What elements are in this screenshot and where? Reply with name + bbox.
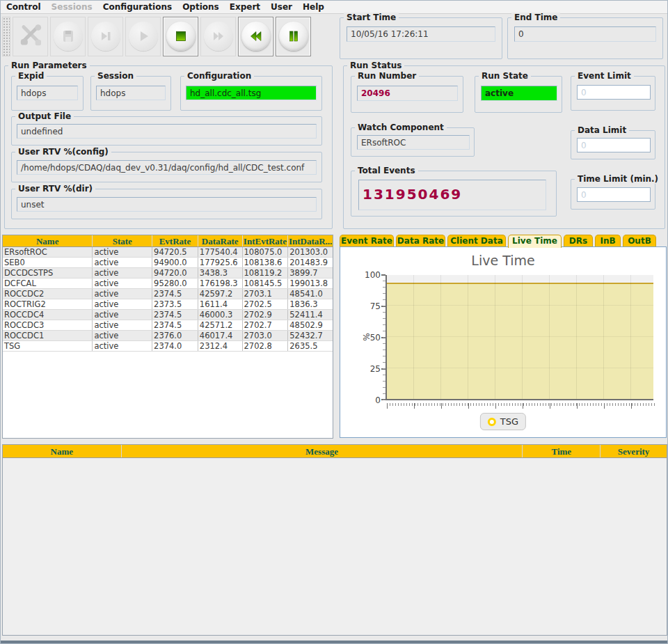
expid-group: Expid hdops [11, 76, 84, 111]
fast-forward-icon [210, 28, 227, 45]
run-control-window: Control Sessions Configurations Options … [0, 0, 668, 644]
table-row[interactable]: DCFCALactive95280.0176198.3108145.519901… [3, 278, 333, 289]
expid-field: hdops [17, 86, 78, 100]
run-status-title: Run Status [347, 61, 404, 70]
configuration-label: Configuration [184, 71, 254, 81]
menu-item-expert[interactable]: Expert [230, 2, 260, 12]
stop-button[interactable] [163, 17, 198, 56]
menu-item-help[interactable]: Help [303, 2, 324, 12]
step-forward-button[interactable] [88, 17, 123, 56]
table-row[interactable]: ROCCDC4active2374.546000.32702.952411.4 [3, 310, 333, 320]
save-button[interactable] [50, 17, 86, 56]
table-row[interactable]: ROCCDC1active2376.046017.42703.052432.7 [3, 331, 333, 341]
column-header-datarate[interactable]: DataRate [198, 235, 243, 246]
step-forward-icon [97, 28, 114, 45]
column-header-msg-time[interactable]: Time [523, 445, 601, 457]
pause-button[interactable] [276, 17, 311, 56]
table-cell: 48502.9 [288, 320, 333, 330]
table-cell: 2373.5 [152, 299, 198, 309]
menu-item-configurations[interactable]: Configurations [103, 2, 172, 12]
output-file-group: Output File undefined [11, 116, 322, 146]
table-cell: 3899.7 [288, 268, 333, 278]
column-header-msg-severity[interactable]: Severity [601, 445, 667, 457]
window-bottom-edge [1, 641, 667, 643]
toolbar-drag-handle[interactable] [2, 17, 10, 56]
tab-live-time[interactable]: Live Time [508, 235, 562, 248]
menu-item-sessions: Sessions [51, 2, 93, 12]
user-rtv-dir-label: User RTV %(dir) [15, 184, 95, 194]
run-number-group: Run Number 20496 [351, 76, 463, 113]
table-row[interactable]: ROCTRIG2active2373.51611.42702.51836.3 [3, 299, 333, 310]
start-time-field: 10/05/16 17:26:11 [347, 26, 495, 42]
table-cell: 1836.3 [288, 299, 333, 309]
table-cell: 94720.0 [152, 268, 198, 278]
run-state-field: active [481, 86, 557, 101]
data-limit-input[interactable] [577, 138, 651, 152]
rewind-button[interactable] [238, 17, 273, 56]
column-header-state[interactable]: State [93, 235, 152, 246]
components-table: Name State EvtRate DataRate IntEvtRate I… [2, 235, 333, 439]
user-rtv-dir-group: User RTV %(dir) unset [11, 189, 322, 219]
table-cell: 46000.3 [198, 310, 243, 320]
table-cell: 108138.6 [243, 258, 289, 267]
table-row[interactable]: DCCDCSTPSactive94720.03438.3108119.23899… [3, 268, 333, 278]
time-limit-input[interactable] [577, 187, 651, 202]
table-cell: 201303.0 [288, 247, 333, 257]
legend-marker-icon [488, 418, 496, 426]
table-cell: 108119.2 [243, 268, 289, 278]
table-cell: 199013.8 [288, 278, 333, 288]
table-row[interactable]: SEB0active94900.0177925.6108138.6201483.… [3, 258, 333, 268]
configuration-field: hd_all.cdc_all.tsg [186, 86, 317, 100]
column-header-intevtrate[interactable]: IntEvtRate [243, 235, 289, 246]
play-icon [135, 28, 152, 45]
end-time-label: End Time [511, 13, 560, 22]
table-cell: 52411.4 [288, 310, 333, 320]
pause-icon [285, 28, 302, 45]
tab-event-rate[interactable]: Event Rate [340, 235, 394, 246]
table-cell: 42571.2 [198, 320, 243, 330]
table-cell: 2702.7 [243, 320, 289, 330]
table-cell: 94720.5 [152, 247, 198, 257]
table-cell: 2374.0 [152, 341, 198, 351]
tab-drs[interactable]: DRs [564, 235, 593, 246]
column-header-name[interactable]: Name [3, 235, 93, 246]
column-header-evtrate[interactable]: EvtRate [152, 235, 198, 246]
table-cell: 42597.2 [198, 289, 243, 299]
menu-item-control[interactable]: Control [6, 2, 41, 12]
tab-client-data[interactable]: Client Data [447, 235, 506, 246]
start-button[interactable] [125, 17, 161, 56]
tab-outb[interactable]: OutB [623, 235, 656, 246]
legend-label: TSG [500, 416, 518, 427]
y-tick-75: 75 [357, 301, 381, 311]
table-row[interactable]: TSGactive2374.02312.42702.82635.5 [3, 341, 333, 352]
column-header-msg-name[interactable]: Name [3, 445, 122, 457]
table-cell: active [93, 289, 152, 299]
table-row[interactable]: ROCCDC3active2374.542571.22702.748502.9 [3, 320, 333, 331]
event-limit-input[interactable] [577, 85, 651, 100]
chart-legend: TSG [480, 413, 526, 430]
table-row[interactable]: ERsoftROCactive94720.5177540.4108075.020… [3, 247, 333, 258]
table-row[interactable]: ROCCDC2active2374.542597.22703.148541.0 [3, 289, 333, 299]
column-header-msg-message[interactable]: Message [122, 445, 523, 457]
table-cell: DCFCAL [3, 278, 93, 288]
total-events-label: Total Events [355, 166, 418, 175]
table-cell: 176198.3 [198, 278, 243, 288]
session-group: Session hdops [90, 76, 171, 111]
table-cell: 108145.5 [243, 278, 289, 288]
column-header-intdatarate[interactable]: IntDataR... [288, 235, 333, 246]
table-cell: 2376.0 [152, 331, 198, 340]
table-cell: ROCCDC4 [3, 310, 93, 320]
run-status-panel: Run Status Run Number 20496 Run State ac… [343, 65, 665, 229]
x-major-ticks [387, 403, 655, 409]
tab-data-rate[interactable]: Data Rate [396, 235, 445, 246]
table-cell: 95280.0 [152, 278, 198, 288]
menu-item-user[interactable]: User [271, 2, 292, 12]
configure-button[interactable] [13, 17, 48, 56]
tab-inb[interactable]: InB [595, 235, 621, 246]
fast-forward-button[interactable] [200, 17, 236, 56]
output-file-label: Output File [15, 111, 74, 121]
data-limit-label: Data Limit [575, 125, 629, 135]
table-cell: 2312.4 [198, 341, 243, 351]
table-cell: 2374.5 [152, 289, 198, 299]
menu-item-options[interactable]: Options [182, 2, 219, 12]
